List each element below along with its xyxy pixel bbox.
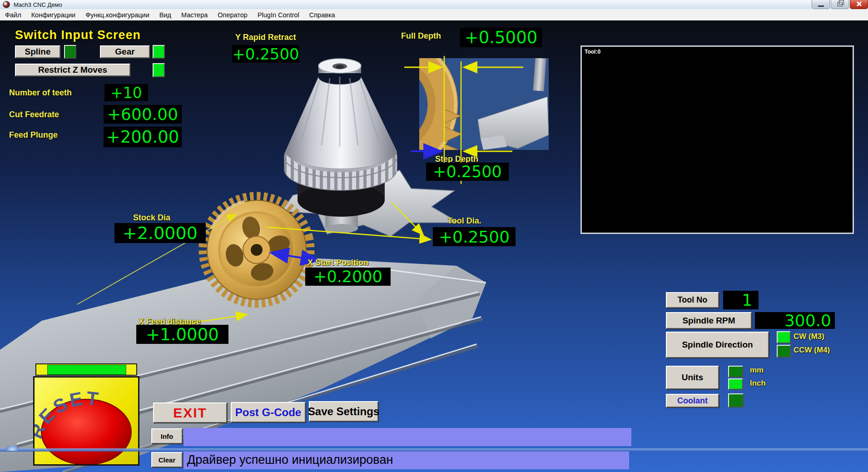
reset-led-green-bar bbox=[47, 365, 126, 375]
x-start-position-label: X Start Position bbox=[308, 258, 368, 268]
cut-feedrate-label: Cut Feedrate bbox=[9, 110, 59, 119]
menu-config[interactable]: Конфигурации bbox=[26, 11, 81, 19]
minimize-button[interactable] bbox=[812, 0, 830, 9]
stock-dia-dro[interactable]: +2.0000 bbox=[114, 223, 206, 243]
cut-feedrate-dro[interactable]: +600.00 bbox=[104, 105, 182, 124]
reset-led-strip bbox=[35, 363, 137, 376]
page-title: Switch Input Screen bbox=[15, 28, 141, 42]
spindle-rpm-dro[interactable]: 300.0 bbox=[755, 312, 835, 329]
start-orb[interactable] bbox=[5, 446, 19, 451]
exit-button[interactable]: EXIT bbox=[153, 402, 227, 423]
app-icon bbox=[3, 1, 10, 8]
info-bar bbox=[184, 428, 631, 446]
feed-plunge-label: Feed Plunge bbox=[9, 130, 58, 140]
full-depth-dro[interactable]: +0.5000 bbox=[460, 28, 542, 47]
menu-help[interactable]: Справка bbox=[304, 11, 340, 19]
status-message-bar: Драйвер успешно инициализирован bbox=[184, 451, 629, 469]
restore-button[interactable] bbox=[831, 0, 849, 9]
menu-function-config[interactable]: Функц.конфигурации bbox=[80, 11, 154, 19]
y-rapid-retract-label: Y Rapid Retract bbox=[235, 33, 296, 42]
spindle-ccw-led[interactable] bbox=[777, 345, 791, 358]
info-button[interactable]: Info bbox=[151, 428, 183, 444]
post-gcode-button[interactable]: Post G-Code bbox=[231, 402, 306, 422]
menu-plugin-control[interactable]: PlugIn Control bbox=[253, 11, 304, 19]
spindle-cw-led[interactable] bbox=[777, 331, 791, 343]
status-message: Драйвер успешно инициализирован bbox=[187, 453, 393, 467]
step-depth-dro[interactable]: +0.2500 bbox=[426, 163, 509, 181]
gear-led[interactable] bbox=[153, 45, 165, 59]
gear-button[interactable]: Gear bbox=[100, 45, 150, 58]
toolpath-display[interactable]: Tool:0 bbox=[580, 45, 854, 234]
title-bar[interactable]: Mach3 CNC Демо bbox=[0, 0, 868, 10]
close-button[interactable] bbox=[850, 0, 868, 9]
units-mm-led[interactable] bbox=[728, 366, 743, 378]
menu-file[interactable]: Файл bbox=[0, 11, 26, 19]
close-icon bbox=[856, 1, 862, 7]
toolpath-tool-label: Tool:0 bbox=[582, 47, 853, 55]
y-rapid-retract-dro[interactable]: +0.2500 bbox=[232, 45, 299, 63]
spline-led[interactable] bbox=[64, 45, 76, 59]
main-area: Switch Input Screen Spline Gear Restrict… bbox=[0, 20, 868, 472]
units-button[interactable]: Units bbox=[666, 366, 719, 389]
units-inch-label: Inch bbox=[750, 379, 766, 388]
clear-button[interactable]: Clear bbox=[151, 452, 183, 467]
tool-no-dro[interactable]: 1 bbox=[723, 291, 759, 309]
save-settings-button[interactable]: Save Settings bbox=[309, 401, 378, 422]
x-start-position-dro[interactable]: +0.2000 bbox=[305, 268, 391, 286]
window-title: Mach3 CNC Демо bbox=[14, 1, 62, 8]
units-inch-led[interactable] bbox=[728, 378, 743, 390]
spline-button[interactable]: Spline bbox=[15, 45, 60, 58]
minimize-icon bbox=[818, 5, 824, 7]
restrict-z-moves-button[interactable]: Restrict Z Moves bbox=[15, 64, 130, 76]
tool-dia-label: Tool Dia. bbox=[447, 216, 481, 226]
tool-dia-dro[interactable]: +0.2500 bbox=[433, 227, 516, 246]
number-of-teeth-dro[interactable]: +10 bbox=[104, 84, 148, 101]
stock-dia-label: Stock Dia bbox=[133, 213, 170, 223]
full-depth-label: Full Depth bbox=[401, 31, 441, 41]
x-feed-distance-dro[interactable]: +1.0000 bbox=[136, 325, 228, 344]
spindle-cw-label: CW (M3) bbox=[794, 332, 824, 341]
menu-view[interactable]: Вид bbox=[154, 11, 176, 19]
coolant-led[interactable] bbox=[728, 393, 744, 407]
spindle-rpm-button[interactable]: Spindle RPM bbox=[666, 312, 752, 329]
restore-icon bbox=[838, 2, 843, 6]
coolant-button[interactable]: Coolant bbox=[666, 394, 719, 407]
menu-operator[interactable]: Оператор bbox=[213, 11, 253, 19]
feed-plunge-dro[interactable]: +200.00 bbox=[104, 127, 182, 147]
restrict-z-led[interactable] bbox=[153, 63, 165, 77]
reset-button[interactable]: RESET bbox=[33, 376, 139, 466]
spindle-direction-button[interactable]: Spindle Direction bbox=[666, 332, 769, 358]
mach3-window: Mach3 CNC Демо Файл Конфигурации Функц.к… bbox=[0, 0, 868, 472]
menu-wizards[interactable]: Мастера bbox=[176, 11, 213, 19]
menu-bar: Файл Конфигурации Функц.конфигурации Вид… bbox=[0, 9, 868, 21]
spindle-ccw-label: CCW (M4) bbox=[794, 346, 830, 355]
number-of-teeth-label: Number of teeth bbox=[9, 88, 72, 98]
taskbar-edge bbox=[0, 448, 868, 452]
units-mm-label: mm bbox=[750, 366, 764, 375]
tool-no-button[interactable]: Tool No bbox=[666, 292, 719, 308]
